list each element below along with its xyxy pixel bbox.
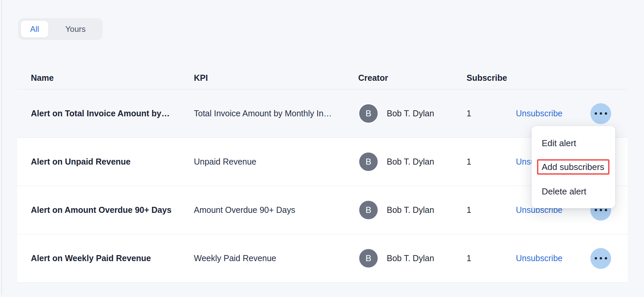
alert-name: Alert on Weekly Paid Revenue <box>17 253 194 263</box>
creator-name: Bob T. Dylan <box>387 157 434 167</box>
more-options-button[interactable] <box>590 103 611 124</box>
menu-item-add-subscribers[interactable]: Add subscribers <box>542 160 604 174</box>
unsubscribe-link[interactable]: Unsubscribe <box>516 253 562 263</box>
creator-name: Bob T. Dylan <box>387 205 434 215</box>
alert-name: Alert on Total Invoice Amount by… <box>17 109 194 118</box>
column-header-kpi: KPI <box>194 73 358 89</box>
subscriber-count: 1 <box>466 253 516 263</box>
alert-kpi: Unpaid Revenue <box>194 157 358 167</box>
creator-name: Bob T. Dylan <box>387 253 434 263</box>
subscriber-count: 1 <box>466 157 516 167</box>
column-header-actions <box>516 83 580 89</box>
creator-name: Bob T. Dylan <box>387 109 434 118</box>
creator-cell: B Bob T. Dylan <box>358 152 466 172</box>
more-options-button[interactable] <box>590 248 611 269</box>
ellipsis-icon <box>600 112 602 115</box>
ellipsis-icon <box>595 257 597 259</box>
ellipsis-icon <box>600 257 602 259</box>
creator-avatar: B <box>358 103 379 124</box>
column-header-more <box>580 83 628 89</box>
panel-left-divider <box>1 0 2 295</box>
alerts-filter-tabs: All Yours <box>18 18 103 40</box>
alert-name: Alert on Amount Overdue 90+ Days <box>17 205 194 215</box>
column-header-subscribers: Subscribers <box>466 73 516 89</box>
ellipsis-icon <box>595 209 597 211</box>
ellipsis-icon <box>605 257 607 259</box>
creator-avatar: B <box>358 200 379 220</box>
ellipsis-icon <box>605 112 607 115</box>
alert-name: Alert on Unpaid Revenue <box>17 157 194 167</box>
tab-all[interactable]: All <box>21 21 48 38</box>
ellipsis-icon <box>595 112 597 115</box>
menu-item-edit-alert[interactable]: Edit alert <box>542 136 576 150</box>
alert-kpi: Amount Overdue 90+ Days <box>194 205 358 215</box>
creator-cell: B Bob T. Dylan <box>358 103 466 124</box>
alert-kpi: Weekly Paid Revenue <box>194 253 358 263</box>
ellipsis-icon <box>600 209 602 211</box>
subscriber-count: 1 <box>466 205 516 215</box>
column-header-creator: Creator <box>358 73 466 89</box>
column-header-name: Name <box>17 73 194 89</box>
creator-avatar: B <box>358 248 379 269</box>
table-header-row: Name KPI Creator Subscribers <box>17 50 628 90</box>
alert-actions-context-menu: Edit alert Add subscribers Delete alert <box>532 126 615 208</box>
tab-yours[interactable]: Yours <box>48 21 103 38</box>
more-cell <box>580 248 628 269</box>
menu-item-delete-alert[interactable]: Delete alert <box>542 185 586 198</box>
creator-cell: B Bob T. Dylan <box>358 200 466 220</box>
table-row: Alert on Weekly Paid Revenue Weekly Paid… <box>17 234 628 283</box>
ellipsis-icon <box>605 209 607 211</box>
unsubscribe-link[interactable]: Unsubscribe <box>516 109 562 118</box>
unsubscribe-cell: Unsubscribe <box>516 253 580 263</box>
creator-cell: B Bob T. Dylan <box>358 248 466 269</box>
more-cell <box>580 103 628 124</box>
subscriber-count: 1 <box>466 109 516 118</box>
unsubscribe-cell: Unsubscribe <box>516 109 580 118</box>
creator-avatar: B <box>358 152 379 172</box>
alert-kpi: Total Invoice Amount by Monthly In… <box>194 109 358 118</box>
